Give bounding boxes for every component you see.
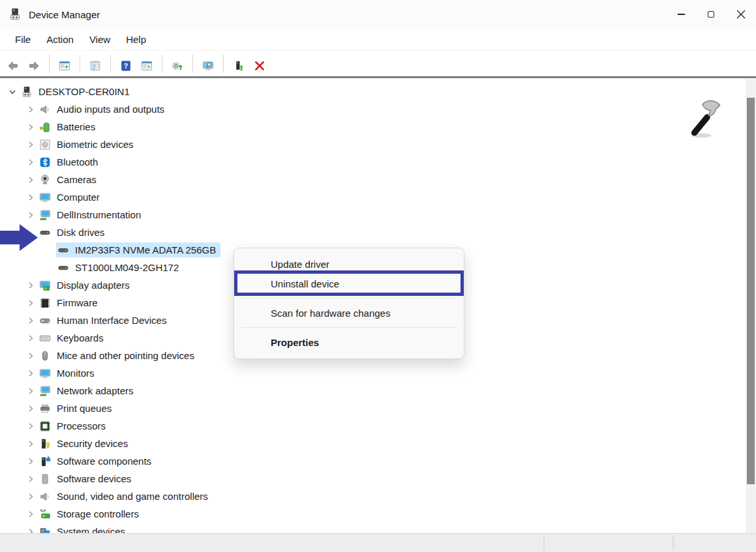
tree-item-content[interactable]: Keyboards [38, 330, 108, 345]
chevron-down-icon[interactable] [5, 87, 20, 96]
menu-help[interactable]: Help [119, 31, 153, 48]
tree-item-content[interactable]: Batteries [38, 119, 100, 134]
tree-item[interactable]: Batteries [0, 118, 746, 136]
help-button[interactable]: ? [116, 54, 136, 74]
tree-item[interactable]: System devices [0, 523, 746, 533]
tree-item[interactable]: Print queues [0, 399, 746, 417]
chevron-right-icon[interactable] [23, 404, 38, 413]
chevron-right-icon[interactable] [23, 422, 38, 431]
tree-item-content[interactable]: System devices [38, 524, 130, 533]
tree-item[interactable]: Monitors [0, 364, 746, 382]
chevron-right-icon[interactable] [23, 334, 38, 343]
tree-item[interactable]: Software devices [0, 470, 746, 487]
console-tree-button[interactable] [55, 54, 74, 74]
chevron-right-icon[interactable] [23, 158, 38, 167]
toolbar-separator [192, 55, 193, 73]
tree-item[interactable]: Cameras [0, 171, 746, 188]
taskbar-strip [0, 533, 756, 552]
chevron-right-icon[interactable] [23, 386, 38, 396]
properties-window-button[interactable] [85, 54, 105, 74]
chevron-right-icon[interactable] [23, 474, 38, 484]
chevron-right-icon[interactable] [23, 193, 38, 202]
tree-item-content[interactable]: Storage controllers [38, 506, 144, 521]
tree-item[interactable]: Sound, video and game controllers [0, 487, 746, 505]
close-button[interactable] [726, 0, 756, 29]
tree-item[interactable]: Disk drives [0, 224, 746, 241]
tree-item-content[interactable]: Firmware [38, 295, 102, 310]
tree-item-content[interactable]: Disk drives [38, 225, 109, 240]
chevron-right-icon[interactable] [23, 510, 38, 519]
tree-item[interactable]: DESKTOP-CER0IN1 [0, 83, 746, 100]
tree-item[interactable]: Computer [0, 188, 746, 206]
menu-action[interactable]: Action [39, 31, 81, 48]
chevron-right-icon[interactable] [23, 351, 38, 360]
scrollbar-thumb[interactable] [747, 98, 755, 484]
tree-item[interactable]: Storage controllers [0, 505, 746, 523]
scan-hardware-icon [172, 58, 183, 70]
tree-item-content[interactable]: Audio inputs and outputs [38, 102, 169, 117]
firmware-chip-icon [39, 297, 51, 309]
tree-item-label: Software devices [57, 473, 131, 484]
tree-item-content[interactable]: Mice and other pointing devices [38, 348, 199, 363]
tree-item-content[interactable]: Human Interface Devices [38, 313, 171, 328]
chevron-right-icon[interactable] [23, 140, 38, 149]
scrollbar[interactable] [746, 79, 756, 533]
tree-item[interactable]: Processors [0, 417, 746, 435]
tree-item[interactable]: Network adapters [0, 382, 746, 399]
chevron-right-icon[interactable] [23, 281, 38, 290]
action-pane-button[interactable] [137, 54, 157, 74]
chevron-right-icon[interactable] [23, 369, 38, 378]
tree-item-content[interactable]: Cameras [38, 172, 101, 187]
maximize-button[interactable] [696, 0, 726, 29]
tree-item-content[interactable]: DESKTOP-CER0IN1 [20, 84, 134, 99]
tree-item-selected[interactable]: IM2P33F3 NVMe ADATA 256GB [56, 242, 220, 257]
context-menu-item-properties[interactable]: Properties [234, 332, 464, 352]
chevron-right-icon[interactable] [23, 527, 38, 534]
update-driver-button[interactable] [229, 54, 249, 74]
tree-item[interactable]: DellInstrumentation [0, 206, 746, 224]
tree-item-content[interactable]: Display adapters [38, 278, 134, 293]
context-menu-item-uninstall-device[interactable]: Uninstall device [234, 274, 464, 293]
tree-item-content[interactable]: Bluetooth [38, 154, 102, 169]
printer-icon [39, 403, 51, 414]
tree-item-content[interactable]: ST1000LM049-2GH172 [56, 260, 183, 275]
uninstall-device-button[interactable] [250, 54, 269, 74]
menu-file[interactable]: File [8, 31, 38, 48]
computer-search-button[interactable] [198, 54, 218, 74]
chevron-right-icon[interactable] [23, 492, 38, 501]
tree-item-content[interactable]: Sound, video and game controllers [38, 489, 213, 504]
tree-item-content[interactable]: Biometric devices [38, 137, 138, 152]
menu-view[interactable]: View [82, 31, 117, 48]
chevron-right-icon[interactable] [23, 123, 38, 132]
chevron-right-icon[interactable] [23, 439, 38, 448]
tree-item[interactable]: Audio inputs and outputs [0, 100, 746, 118]
tree-item[interactable]: Biometric devices [0, 136, 746, 153]
minimize-button[interactable] [666, 0, 696, 29]
chevron-right-icon[interactable] [23, 105, 38, 114]
context-menu-item-update-driver[interactable]: Update driver [234, 254, 464, 274]
tree-item-content[interactable]: Security devices [38, 436, 132, 451]
tree-item-content[interactable]: Processors [38, 418, 110, 433]
tree-item-content[interactable]: Software components [38, 454, 156, 469]
chevron-right-icon[interactable] [23, 175, 38, 184]
back-arrow-button[interactable] [3, 54, 23, 74]
chevron-right-icon[interactable] [23, 457, 38, 466]
context-menu-item-scan-for-hardware-changes[interactable]: Scan for hardware changes [234, 303, 464, 323]
tree-item-content[interactable]: Computer [38, 190, 104, 205]
tree-item-content[interactable]: Network adapters [38, 383, 138, 398]
tree-item-content[interactable]: DellInstrumentation [38, 207, 145, 222]
forward-arrow-button[interactable] [24, 54, 44, 74]
chevron-right-icon[interactable] [23, 211, 38, 220]
uninstall-device-icon [254, 58, 265, 70]
tree-item-content[interactable]: Print queues [38, 401, 116, 416]
scan-hardware-button[interactable] [168, 54, 187, 74]
chevron-right-icon[interactable] [23, 316, 38, 325]
tree-item-label: Bluetooth [57, 156, 98, 167]
tree-item-content[interactable]: Software devices [38, 471, 136, 486]
processor-icon [39, 420, 51, 432]
tree-item[interactable]: Security devices [0, 435, 746, 452]
chevron-right-icon[interactable] [23, 298, 38, 308]
tree-item[interactable]: Software components [0, 452, 746, 470]
tree-item-content[interactable]: Monitors [38, 366, 99, 381]
tree-item[interactable]: Bluetooth [0, 153, 746, 171]
